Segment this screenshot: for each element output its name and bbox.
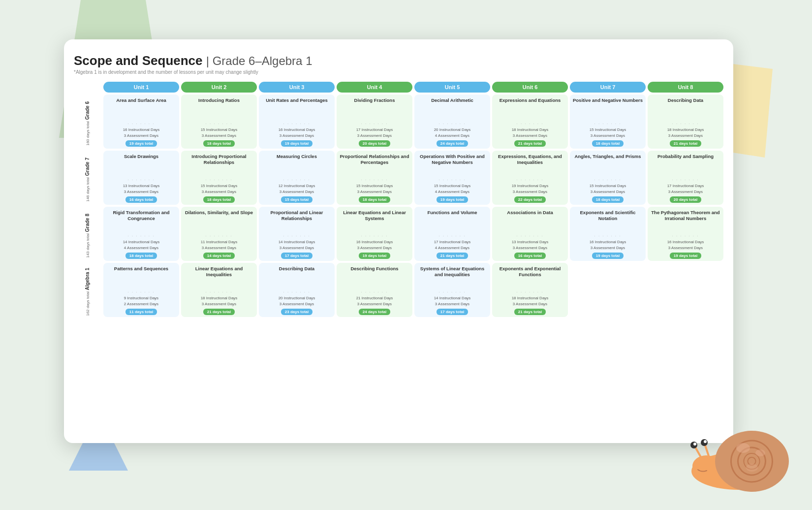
cell-total: 21 days total xyxy=(437,253,468,259)
grade-label: Algebra 1 xyxy=(85,268,91,290)
cell-0-4: Decimal Arithmetic · · · · · · · 20 Inst… xyxy=(414,95,490,149)
svg-point-6 xyxy=(693,443,696,446)
cell-total: 23 days total xyxy=(281,309,312,315)
cell-3-1: Linear Equations and Inequalities · · · … xyxy=(181,263,257,317)
unit-header-4: Unit 4 xyxy=(337,82,412,93)
scope-grid: Unit 1Unit 2Unit 3Unit 4Unit 5Unit 6Unit… xyxy=(74,82,723,317)
cell-stats: 18 Instructional Days3 Assessment Days xyxy=(512,295,549,307)
cell-title: Introducing Proportional Relationships xyxy=(184,154,254,175)
main-card: Scope and Sequence | Grade 6–Algebra 1 *… xyxy=(64,39,733,443)
cell-total: 21 days total xyxy=(670,140,701,147)
unit-header-8: Unit 8 xyxy=(648,82,723,93)
cell-total: 19 days total xyxy=(670,253,701,259)
cell-1-7: Probability and Sampling · · · · · · · 1… xyxy=(648,151,723,205)
cell-2-0: Rigid Transformation and Congruence · · … xyxy=(103,207,179,261)
cell-1-4: Operations With Positive and Negative Nu… xyxy=(414,151,490,205)
cell-total: 18 days total xyxy=(592,140,624,147)
cell-title: Dilations, Similarity, and Slope xyxy=(185,210,253,231)
svg-line-2 xyxy=(695,446,701,458)
cell-total: 19 days total xyxy=(592,253,624,259)
cell-total: 14 days total xyxy=(203,253,235,259)
cell-total: 24 days total xyxy=(437,140,468,147)
svg-point-11 xyxy=(746,464,758,472)
cell-total: 19 days total xyxy=(437,196,468,203)
cell-stats: 15 Instructional Days3 Assessment Days xyxy=(590,127,626,139)
cell-2-2: Proportional and Linear Relationships · … xyxy=(259,207,335,261)
cell-1-3: Proportional Relationships and Percentag… xyxy=(337,151,412,205)
cell-total: 16 days total xyxy=(125,196,157,203)
cell-total: 21 days total xyxy=(514,309,546,315)
unit-header-5: Unit 5 xyxy=(414,82,490,93)
cell-1-0: Scale Drawings · · · · · · · 13 Instruct… xyxy=(103,151,179,205)
cell-3-6-empty xyxy=(570,263,646,317)
grade-days: 160 days total xyxy=(86,121,90,146)
page-title: Scope and Sequence | Grade 6–Algebra 1 xyxy=(74,53,723,68)
grade-label: Grade 8 xyxy=(85,214,91,232)
cell-total: 15 days total xyxy=(281,196,312,203)
cell-title: Proportional Relationships and Percentag… xyxy=(339,154,410,175)
cell-stats: 17 Instructional Days4 Assessment Days xyxy=(434,239,471,251)
row-label-2: Grade 8 143 days total xyxy=(74,207,101,261)
cell-stats: 18 Instructional Days3 Assessment Days xyxy=(667,127,704,139)
cell-title: Scale Drawings xyxy=(124,154,158,175)
cell-2-6: Exponents and Scientific Notation · · · … xyxy=(570,207,646,261)
cell-title: Probability and Sampling xyxy=(657,154,714,175)
svg-point-7 xyxy=(704,440,707,443)
cell-total: 16 days total xyxy=(514,253,546,259)
row-label-0: Grade 6 160 days total xyxy=(74,95,101,149)
grade-days: 143 days total xyxy=(86,233,90,258)
cell-title: Area and Surface Area xyxy=(116,97,166,119)
cell-title: Angles, Triangles, and Prisms xyxy=(574,154,641,175)
cell-stats: 15 Instructional Days3 Assessment Days xyxy=(356,183,393,195)
row-label-1: Grade 7 146 days total xyxy=(74,151,101,205)
cell-title: Unit Rates and Percentages xyxy=(266,97,328,119)
cell-stats: 21 Instructional Days3 Assessment Days xyxy=(356,295,393,307)
cell-title: Expressions and Equations xyxy=(500,97,561,119)
cell-stats: 13 Instructional Days3 Assessment Days xyxy=(512,239,549,251)
unit-header-6: Unit 6 xyxy=(492,82,568,93)
row-label-3: Algebra 1 162 days total xyxy=(74,263,101,317)
cell-title: Patterns and Sequences xyxy=(114,266,168,287)
cell-title: Dividing Fractions xyxy=(354,97,395,119)
cell-title: The Pythagorean Theorem and Irrational N… xyxy=(650,210,721,231)
footnote: *Algebra 1 is in development and the num… xyxy=(74,69,723,75)
cell-total: 21 days total xyxy=(203,309,235,315)
cell-2-7: The Pythagorean Theorem and Irrational N… xyxy=(648,207,723,261)
cell-3-2: Describing Data · · · · · · · 20 Instruc… xyxy=(259,263,335,317)
cell-title: Exponents and Scientific Notation xyxy=(572,210,643,231)
cell-title: Proportional and Linear Relationships xyxy=(261,210,332,231)
cell-total: 21 days total xyxy=(514,140,546,147)
svg-point-9 xyxy=(736,443,750,453)
cell-1-6: Angles, Triangles, and Prisms · · · · · … xyxy=(570,151,646,205)
cell-stats: 16 Instructional Days3 Assessment Days xyxy=(590,239,626,251)
cell-total: 18 days total xyxy=(592,196,624,203)
cell-total: 18 days total xyxy=(359,196,390,203)
cell-total: 18 days total xyxy=(125,253,157,259)
cell-stats: 12 Instructional Days3 Assessment Days xyxy=(279,183,315,195)
cell-title: Measuring Circles xyxy=(277,154,317,175)
cell-total: 19 days total xyxy=(281,140,312,147)
cell-stats: 15 Instructional Days3 Assessment Days xyxy=(201,127,238,139)
cell-stats: 18 Instructional Days3 Assessment Days xyxy=(201,295,238,307)
cell-title: Exponents and Exponential Functions xyxy=(495,266,565,287)
header-empty xyxy=(74,82,101,93)
cell-title: Describing Functions xyxy=(350,266,398,287)
cell-3-3: Describing Functions · · · · · · · 21 In… xyxy=(337,263,412,317)
cell-title: Linear Equations and Inequalities xyxy=(184,266,254,287)
cell-title: Systems of Linear Equations and Inequali… xyxy=(417,266,488,287)
cell-stats: 17 Instructional Days3 Assessment Days xyxy=(356,127,393,139)
cell-2-1: Dilations, Similarity, and Slope · · · ·… xyxy=(181,207,257,261)
cell-stats: 15 Instructional Days4 Assessment Days xyxy=(434,183,471,195)
snail-decoration xyxy=(679,395,797,495)
cell-total: 19 days total xyxy=(125,140,157,147)
cell-stats: 14 Instructional Days3 Assessment Days xyxy=(279,239,315,251)
cell-stats: 19 Instructional Days3 Assessment Days xyxy=(512,183,549,195)
cell-3-7-empty xyxy=(648,263,723,317)
grade-label: Grade 7 xyxy=(85,158,91,176)
cell-total: 22 days total xyxy=(514,196,546,203)
cell-stats: 14 Instructional Days4 Assessment Days xyxy=(123,239,160,251)
cell-3-0: Patterns and Sequences · · · · · · · 9 I… xyxy=(103,263,179,317)
cell-total: 19 days total xyxy=(359,253,390,259)
cell-0-6: Positive and Negative Numbers · · · · · … xyxy=(570,95,646,149)
cell-0-7: Describing Data · · · · · · · 18 Instruc… xyxy=(648,95,723,149)
